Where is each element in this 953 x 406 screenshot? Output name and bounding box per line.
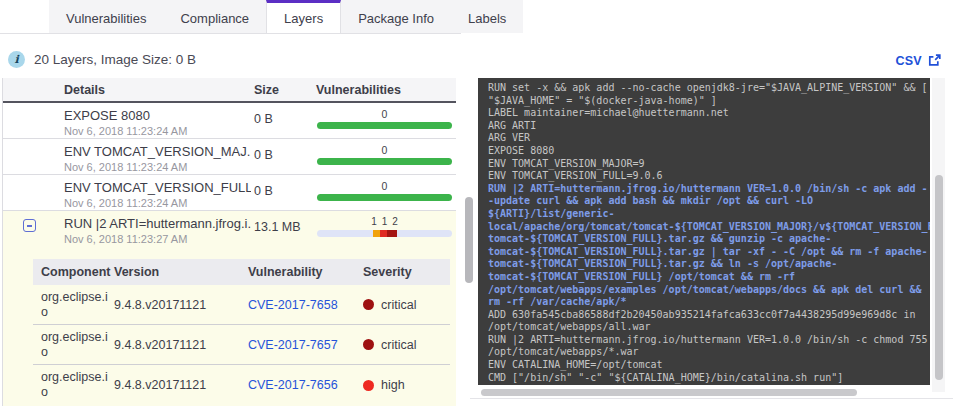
summary-row: i 20 Layers, Image Size: 0 B [8,51,196,68]
dockerfile-line: EXPOSE 8080 [488,145,930,158]
info-icon[interactable]: i [8,51,25,68]
dockerfile-line: LABEL maintainer=michael@huettermann.net [488,107,930,120]
dockerfile-line: RUN |2 ARTI=huttermann.jfrog.io/hutterma… [488,334,930,347]
vulnerability-row: org.eclipse.io9.4.8.v20171121CVE-2017-76… [33,325,450,365]
cve-cell: CVE-2017-7657 [248,338,363,352]
layer-size-cell: 13.1 MB [251,216,313,250]
tab-layers[interactable]: Layers [266,0,341,33]
layers-view: VulnerabilitiesComplianceLayersPackage I… [0,0,953,406]
layers-summary-text: 20 Layers, Image Size: 0 B [34,52,196,67]
component-name: org.eclipse.io [33,290,114,320]
severity-label: critical [381,298,416,312]
severity-cell: high [363,378,450,392]
layer-size-cell: 0 B [251,108,313,138]
layer-row[interactable]: RUN |2 ARTI=huttermann.jfrog.i...Nov 6, … [3,211,456,250]
layer-details-cell: ENV TOMCAT_VERSION_FULL...Nov 6, 2018 11… [61,180,251,210]
tab-package-info[interactable]: Package Info [341,0,451,33]
layer-timestamp: Nov 6, 2018 11:23:24 AM [64,197,251,209]
dockerfile-line: tomcat-${TOMCAT_VERSION_FULL}.tar.gz && … [488,258,930,271]
component-column-header: Component [33,265,114,279]
layer-size-value: 13.1 MB [254,216,313,234]
code-panel-horizontal-scrollbar-thumb[interactable] [481,389,857,396]
dockerfile-line: RUN set -x && apk add --no-cache openjdk… [488,82,930,95]
layer-row[interactable]: EXPOSE 8080Nov 6, 2018 11:23:24 AM0 B0 [3,103,456,139]
severity-cell: critical [363,338,450,352]
severity-bar-segment [373,230,380,237]
code-panel-scrollbar-thumb[interactable] [935,175,943,380]
expander-cell [3,216,61,250]
dockerfile-line: ENV CATALINA_HOME=/opt/tomcat [488,359,930,372]
vulnerability-row: org.eclipse.io9.4.8.v20171121CVE-2017-76… [33,285,450,325]
tab-strip: VulnerabilitiesComplianceLayersPackage I… [49,0,523,33]
size-column-header: Size [251,83,313,97]
cve-cell: CVE-2017-7656 [248,378,363,392]
vulnerability-count: 1 [382,216,388,228]
dockerfile-line: CMD ["/bin/sh" "-c" "${CATALINA_HOME}/bi… [488,372,930,385]
cve-link[interactable]: CVE-2017-7656 [248,378,338,392]
layers-table-scrollbar-thumb[interactable] [465,197,473,283]
vulnerabilities-column-header: Vulnerabilities [313,83,456,97]
layer-title: ENV TOMCAT_VERSION_MAJ... [64,144,251,159]
collapse-layer-button[interactable] [23,219,36,232]
severity-bar-segment [387,230,397,237]
layer-row[interactable]: ENV TOMCAT_VERSION_MAJ...Nov 6, 2018 11:… [3,139,456,175]
layers-table-header: Details Size Vulnerabilities [3,78,456,103]
layer-vulnerabilities-cell: 0 [313,108,456,138]
vulnerability-count: 2 [392,216,398,228]
dockerfile-line: tomcat-${TOMCAT_VERSION_FULL} /opt/tomca… [488,271,930,284]
severity-label: high [381,378,405,392]
vulnerability-table: Component Version Vulnerability Severity… [33,259,450,405]
panel-divider [470,398,953,399]
version-column-header: Version [114,265,248,279]
vulnerability-column-header: Vulnerability [248,265,363,279]
export-icon [927,54,941,68]
layer-timestamp: Nov 6, 2018 11:23:24 AM [64,161,251,173]
expander-cell [3,144,61,174]
vulnerability-count: 1 [371,216,377,228]
no-vulnerabilities-bar [317,122,452,129]
dockerfile-line: ENV TOMCAT_VERSION_FULL=9.0.6 [488,170,930,183]
dockerfile-line: RUN |2 ARTI=huttermann.jfrog.io/hutterma… [488,183,930,196]
severity-dot [363,380,374,391]
layer-size-cell: 0 B [251,144,313,174]
layer-title: ENV TOMCAT_VERSION_FULL... [64,180,251,195]
layer-vulnerabilities-cell: 0 [313,180,456,210]
dockerfile-line: ${ARTI}/list/generic- [488,208,930,221]
no-vulnerabilities-bar [317,194,452,201]
dockerfile-line: /opt/tomcat/webapps/*.war [488,346,930,359]
code-panel-scrollbar-track[interactable] [932,78,945,392]
vulnerability-count: 0 [382,144,388,156]
layer-title: RUN |2 ARTI=huttermann.jfrog.i... [64,216,251,231]
severity-dot [363,299,374,310]
layer-timestamp: Nov 6, 2018 11:23:24 AM [64,125,251,137]
dockerfile-line: tomcat-${TOMCAT_VERSION_FULL}.tar.gz | t… [488,246,930,259]
layer-row[interactable]: ENV TOMCAT_VERSION_FULL...Nov 6, 2018 11… [3,175,456,211]
dockerfile-line: /opt/tomcat/webapps/examples /opt/tomcat… [488,284,930,297]
no-vulnerabilities-bar [317,158,452,165]
component-version: 9.4.8.v20171121 [114,338,248,352]
dockerfile-line: ARG ARTI [488,120,930,133]
cve-link[interactable]: CVE-2017-7657 [248,338,338,352]
cve-link[interactable]: CVE-2017-7658 [248,298,338,312]
component-name: org.eclipse.io [33,370,114,400]
layer-details-cell: RUN |2 ARTI=huttermann.jfrog.i...Nov 6, … [61,216,251,250]
severity-column-header: Severity [363,265,450,279]
layer-title: EXPOSE 8080 [64,108,251,123]
component-version: 9.4.8.v20171121 [114,298,248,312]
dockerfile-code-panel: RUN set -x && apk add --no-cache openjdk… [478,78,930,385]
csv-export-button[interactable]: CSV [895,54,941,68]
layer-vulnerabilities-cell: 0 [313,144,456,174]
layer-timestamp: Nov 6, 2018 11:23:27 AM [64,233,251,245]
layer-size-value: 0 B [254,144,313,162]
severity-dot [363,339,374,350]
tab-vulnerabilities[interactable]: Vulnerabilities [49,0,163,33]
expander-cell [3,180,61,210]
cve-cell: CVE-2017-7658 [248,298,363,312]
tab-labels[interactable]: Labels [451,0,523,33]
vulnerability-severity-bar [317,230,452,237]
details-column-header: Details [61,83,251,97]
layer-details-cell: ENV TOMCAT_VERSION_MAJ...Nov 6, 2018 11:… [61,144,251,174]
dockerfile-line: tomcat-${TOMCAT_VERSION_FULL}.tar.gz && … [488,233,930,246]
dockerfile-line: "$JAVA_HOME" = "$(docker-java-home)" ] [488,95,930,108]
tab-compliance[interactable]: Compliance [163,0,266,33]
